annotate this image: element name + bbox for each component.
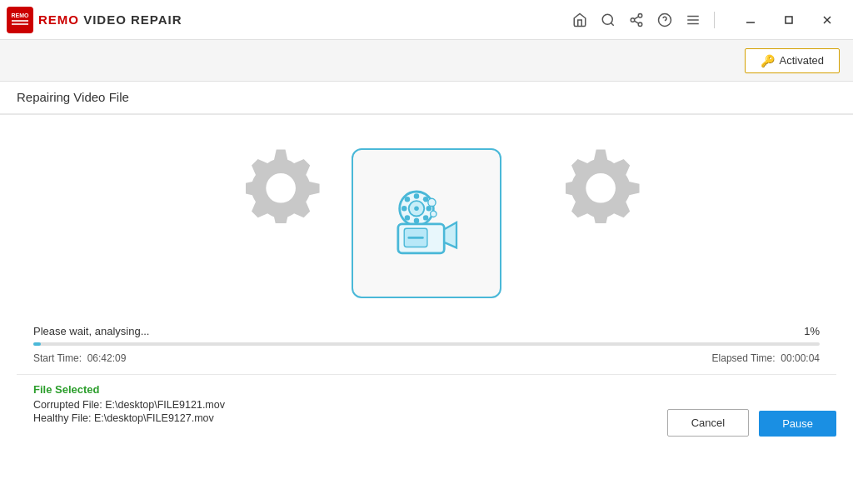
progress-section: Please wait, analysing... 1% Start Time:… <box>17 315 836 371</box>
cancel-button[interactable]: Cancel <box>667 409 749 437</box>
svg-rect-17 <box>786 17 792 23</box>
title-bar: REMO REMO VIDEO REPAIR <box>0 0 853 40</box>
start-time: Start Time: 06:42:09 <box>33 352 126 364</box>
svg-marker-36 <box>444 222 456 247</box>
svg-line-9 <box>634 21 638 23</box>
svg-point-25 <box>402 206 407 211</box>
progress-status: Please wait, analysing... <box>33 325 149 337</box>
svg-point-7 <box>631 17 635 22</box>
progress-bar-fill <box>33 342 41 346</box>
separator <box>714 12 715 28</box>
menu-icon[interactable] <box>686 12 701 27</box>
svg-point-28 <box>423 197 428 202</box>
svg-point-6 <box>638 13 642 17</box>
close-button[interactable] <box>808 7 846 33</box>
svg-line-5 <box>611 22 613 25</box>
svg-point-30 <box>423 215 428 220</box>
title-bar-left: REMO REMO VIDEO REPAIR <box>7 7 182 33</box>
svg-text:REMO: REMO <box>12 12 30 18</box>
page-title: Repairing Video File <box>17 90 129 104</box>
title-bar-icons <box>572 7 846 33</box>
svg-point-27 <box>405 197 410 202</box>
svg-point-32 <box>431 211 436 217</box>
window-controls <box>731 7 846 33</box>
file-selected-label: File Selected <box>33 383 820 396</box>
svg-line-10 <box>634 16 638 18</box>
share-icon[interactable] <box>629 12 644 27</box>
center-animation-box <box>352 148 501 298</box>
gear-right-icon <box>566 148 641 239</box>
svg-rect-2 <box>12 20 28 22</box>
repair-icon <box>377 176 476 271</box>
svg-rect-3 <box>12 23 28 25</box>
progress-bar-container <box>33 342 820 346</box>
main-content: Please wait, analysing... 1% Start Time:… <box>0 115 853 504</box>
progress-line: Please wait, analysing... 1% <box>33 325 820 337</box>
help-icon[interactable] <box>657 12 672 27</box>
activated-label: Activated <box>780 54 824 67</box>
logo-icon: REMO <box>7 7 33 33</box>
svg-point-4 <box>602 14 612 24</box>
activated-button[interactable]: 🔑 Activated <box>745 48 840 73</box>
search-icon[interactable] <box>601 12 616 27</box>
page-header: Repairing Video File <box>0 82 853 115</box>
svg-point-26 <box>426 206 431 211</box>
maximize-button[interactable] <box>770 7 808 33</box>
app-title: REMO VIDEO REPAIR <box>38 12 182 27</box>
gear-left-icon <box>246 148 321 239</box>
svg-point-8 <box>638 22 642 27</box>
key-icon: 🔑 <box>761 54 775 67</box>
pause-button[interactable]: Pause <box>759 411 836 437</box>
bottom-actions: Cancel Pause <box>17 401 836 445</box>
svg-point-22 <box>414 207 419 212</box>
svg-point-31 <box>428 198 436 206</box>
elapsed-time: Elapsed Time: 00:00:04 <box>712 352 820 364</box>
time-line: Start Time: 06:42:09 Elapsed Time: 00:00… <box>33 352 820 364</box>
minimize-button[interactable] <box>731 7 770 33</box>
animation-area <box>0 132 853 315</box>
toolbar: 🔑 Activated <box>0 40 853 82</box>
svg-point-24 <box>414 218 419 223</box>
home-icon[interactable] <box>572 12 587 27</box>
svg-point-29 <box>405 215 410 220</box>
progress-percent: 1% <box>804 325 820 337</box>
app-logo: REMO REMO VIDEO REPAIR <box>7 7 182 33</box>
svg-point-23 <box>414 193 419 198</box>
